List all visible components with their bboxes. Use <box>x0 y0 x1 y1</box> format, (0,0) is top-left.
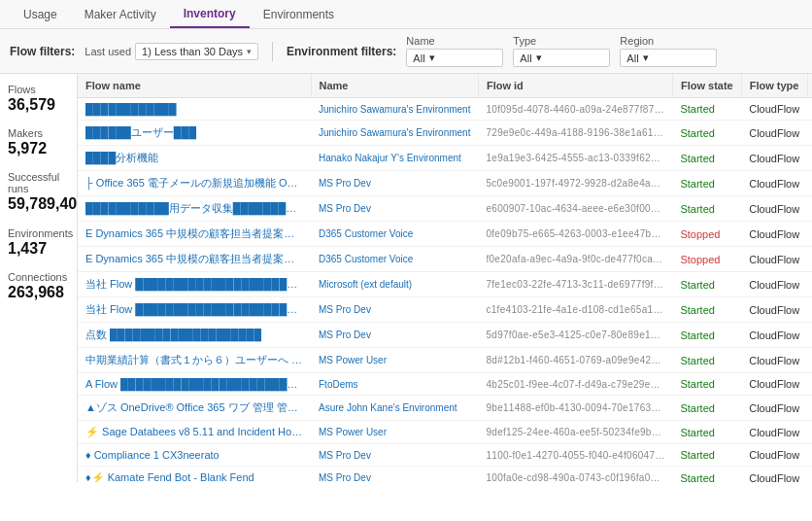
table-cell-flow-name[interactable]: 点数 ████████████████████ <box>78 323 311 348</box>
table-cell-name[interactable]: Junichiro Sawamura's Environment <box>311 98 478 121</box>
flows-table: Flow name Name Flow id Flow state Flow t… <box>78 74 812 482</box>
table-cell-name[interactable]: Junichiro Sawamura's Environment <box>311 121 478 146</box>
region-filter-group: Region All ▾ <box>620 35 717 67</box>
table-cell-flow-name[interactable]: ▲ゾス OneDrive® Office 365 ワブ 管理 管理 並列 管理 … <box>78 396 311 421</box>
table-cell-flow-name[interactable]: ████分析機能 <box>78 146 311 171</box>
table-cell-flow-state: Started <box>672 272 741 297</box>
table-cell-name[interactable]: MS Pro Dev <box>311 196 478 222</box>
table-row: ████████████Junichiro Sawamura's Environ… <box>78 98 812 121</box>
table-cell-flow-state: Started <box>672 396 741 421</box>
table-row: E Dynamics 365 中規模の顧客担当者提案補助機能 2D365 Cus… <box>78 222 812 247</box>
table-cell-flow-name[interactable]: 中期業績計算（書式１から６）ユーザーへ To Do 生産的な仕事 <box>78 348 311 373</box>
region-filter-select[interactable]: All ▾ <box>620 49 717 67</box>
table-cell-name[interactable]: MS Pro Dev <box>311 323 478 348</box>
stat-env-label: Environments <box>8 227 69 239</box>
table-cell-name[interactable]: Hanako Nakajur Y's Environment <box>311 146 478 171</box>
tab-inventory[interactable]: Inventory <box>170 1 250 28</box>
main-content: Flows 36,579 Makers 5,972 Successful run… <box>0 74 812 482</box>
stat-makers-label: Makers <box>8 127 69 139</box>
tab-usage[interactable]: Usage <box>10 2 71 27</box>
table-cell-name[interactable]: MS Pro Dev <box>311 444 478 467</box>
table-cell-flow-name[interactable]: ♦⚡ Kamate Fend Bot - Blank Fend <box>78 467 311 483</box>
col-header-name[interactable]: Name <box>311 74 478 98</box>
table-cell-name[interactable]: D365 Customer Voice <box>311 222 478 247</box>
col-header-flow-type[interactable]: Flow type <box>741 74 807 98</box>
table-cell-flow-type: CloudFlow <box>741 222 807 247</box>
stat-successful-runs: Successful runs 59,789,401 <box>8 171 69 213</box>
type-chevron-icon: ▾ <box>536 52 542 64</box>
table-cell-flow-id: 4b25c01-f9ee-4c07-f-d49a-c79e29e9e91c <box>478 373 672 396</box>
table-cell-flow-state: Started <box>672 297 741 323</box>
table-cell-flow-id: 729e9e0c-449a-4188-9196-38e1a61695f6 <box>478 121 672 146</box>
table-cell-flow-type: CloudFlow <box>741 272 807 297</box>
table-cell-flow-name[interactable]: E Dynamics 365 中規模の顧客担当者提案補助機能 <box>78 247 311 272</box>
stat-runs-label: Successful runs <box>8 171 69 194</box>
stats-panel: Flows 36,579 Makers 5,972 Successful run… <box>0 74 78 482</box>
table-cell-flow-name[interactable]: A Flow ███████████████████████████████ <box>78 373 311 396</box>
table-header-row: Flow name Name Flow id Flow state Flow t… <box>78 74 812 98</box>
table-cell-flow-id: 1100-f0e1-4270-4055-f040-e4f060477f15 <box>478 444 672 467</box>
table-cell-flow-name[interactable]: E Dynamics 365 中規模の顧客担当者提案補助機能 2 <box>78 222 311 247</box>
col-header-connections[interactable]: Connections ▲ <box>807 74 812 98</box>
table-cell-flow-name[interactable]: ⚡ Sage Databees v8 5.11 and Incident Hou… <box>78 421 311 444</box>
table-cell-connections: 3 <box>807 196 812 222</box>
table-cell-connections: 2 <box>807 222 812 247</box>
tab-maker-activity[interactable]: Maker Activity <box>71 2 170 27</box>
table-cell-flow-name[interactable]: ████████████ <box>78 98 311 121</box>
region-filter-value: All <box>626 52 638 64</box>
col-header-flow-id[interactable]: Flow id <box>478 74 672 98</box>
col-header-flow-state[interactable]: Flow state <box>672 74 741 98</box>
name-filter-select[interactable]: All ▾ <box>406 49 503 67</box>
table-cell-connections: 5 <box>807 323 812 348</box>
table-cell-connections: 0 <box>807 98 812 121</box>
table-cell-name[interactable]: Asure John Kane's Environment <box>311 396 478 421</box>
table-cell-name[interactable]: D365 Customer Voice <box>311 247 478 272</box>
table-cell-flow-id: 9be11488-ef0b-4130-0094-70e1763de173 <box>478 396 672 421</box>
table-cell-connections: 3 <box>807 421 812 444</box>
table-row: E Dynamics 365 中規模の顧客担当者提案補助機能D365 Custo… <box>78 247 812 272</box>
last-used-select[interactable]: 1) Less than 30 Days ▾ <box>135 43 258 60</box>
table-cell-name[interactable]: MS Pro Dev <box>311 297 478 323</box>
tab-environments[interactable]: Environments <box>250 2 348 27</box>
stat-conn-label: Connections <box>8 271 69 283</box>
filter-bar: Flow filters: Last used 1) Less than 30 … <box>0 29 812 74</box>
table-row: 当社 Flow ████████████████████████MS Pro D… <box>78 297 812 323</box>
table-cell-flow-id: 5d97f0ae-e5e3-4125-c0e7-80e89e1ac236 <box>478 323 672 348</box>
table-cell-flow-state: Started <box>672 98 741 121</box>
table-cell-name[interactable]: MS Pro Dev <box>311 467 478 483</box>
col-header-flow-name[interactable]: Flow name <box>78 74 311 98</box>
table-cell-flow-type: CloudFlow <box>741 467 807 483</box>
table-cell-flow-id: 7fe1ec03-22fe-4713-3c11-de6977f9f0e1 <box>478 272 672 297</box>
table-area[interactable]: Flow name Name Flow id Flow state Flow t… <box>78 74 812 482</box>
table-cell-flow-id: c1fe4103-21fe-4a1e-d108-cd1e65a1ca01 <box>478 297 672 323</box>
table-cell-flow-name[interactable]: 当社 Flow ████████████████████████ <box>78 297 311 323</box>
type-filter-label: Type <box>513 35 610 47</box>
table-cell-flow-name[interactable]: 当社 Flow ████████████████████████ <box>78 272 311 297</box>
stat-flows-value: 36,579 <box>8 95 69 114</box>
table-cell-flow-name[interactable]: ██████ユーザー███ <box>78 121 311 146</box>
table-cell-flow-type: CloudFlow <box>741 98 807 121</box>
table-row: 当社 Flow ████████████████████████Microsof… <box>78 272 812 297</box>
table-cell-flow-id: 8d#12b1-f460-4651-0769-a09e9e42c201 <box>478 348 672 373</box>
table-cell-name[interactable]: MS Power User <box>311 421 478 444</box>
table-body: ████████████Junichiro Sawamura's Environ… <box>78 98 812 483</box>
top-nav: Usage Maker Activity Inventory Environme… <box>0 0 812 29</box>
table-cell-connections: 2 <box>807 297 812 323</box>
table-cell-flow-state: Started <box>672 373 741 396</box>
flow-filters-label: Flow filters: <box>10 45 75 58</box>
table-cell-flow-state: Started <box>672 196 741 222</box>
table-row: 中期業績計算（書式１から６）ユーザーへ To Do 生産的な仕事MS Power… <box>78 348 812 373</box>
table-cell-name[interactable]: MS Power User <box>311 348 478 373</box>
table-cell-name[interactable]: Microsoft (ext default) <box>311 272 478 297</box>
table-cell-flow-type: CloudFlow <box>741 196 807 222</box>
table-cell-flow-name[interactable]: ███████████用データ収集████████████ <box>78 196 311 222</box>
table-cell-flow-name[interactable]: ♦ Compliance 1 CX3neerato <box>78 444 311 467</box>
table-cell-flow-type: CloudFlow <box>741 247 807 272</box>
name-filter-group: Name All ▾ <box>406 35 503 67</box>
table-cell-flow-type: CloudFlow <box>741 444 807 467</box>
type-filter-select[interactable]: All ▾ <box>513 49 610 67</box>
table-cell-flow-name[interactable]: ├ Office 365 電子メールの新規追加機能 OneDrive for B… <box>78 171 311 196</box>
table-cell-name[interactable]: MS Pro Dev <box>311 171 478 196</box>
table-cell-flow-state: Stopped <box>672 222 741 247</box>
table-cell-name[interactable]: FtoDems <box>311 373 478 396</box>
